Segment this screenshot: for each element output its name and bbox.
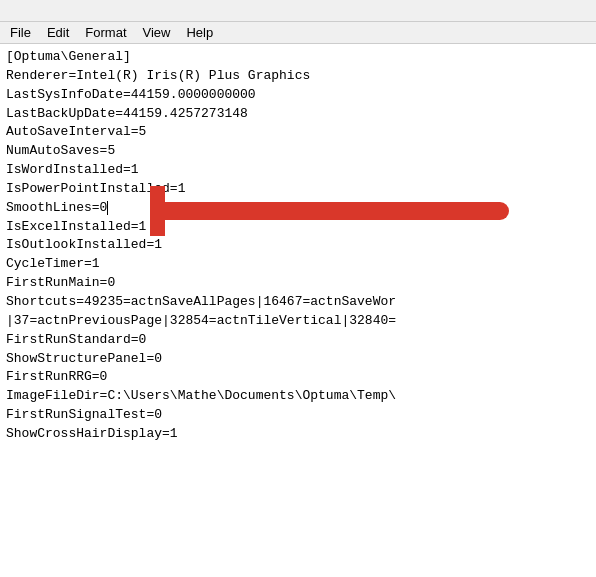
content-line: Renderer=Intel(R) Iris(R) Plus Graphics <box>6 67 590 86</box>
content-line: FirstRunMain=0 <box>6 274 590 293</box>
content-line: CycleTimer=1 <box>6 255 590 274</box>
content-line: IsExcelInstalled=1 <box>6 218 590 237</box>
content-line: ShowCrossHairDisplay=1 <box>6 425 590 444</box>
menu-view[interactable]: View <box>135 23 179 42</box>
content-line: [Optuma\General] <box>6 48 590 67</box>
content-line: SmoothLines=0 <box>6 199 590 218</box>
content-line: LastBackUpDate=44159.4257273148 <box>6 105 590 124</box>
content-line: ImageFileDir=C:\Users\Mathe\Documents\Op… <box>6 387 590 406</box>
content-line: IsPowerPointInstalled=1 <box>6 180 590 199</box>
content-line: FirstRunRRG=0 <box>6 368 590 387</box>
menu-edit[interactable]: Edit <box>39 23 77 42</box>
title-bar <box>0 0 596 22</box>
content-line: FirstRunStandard=0 <box>6 331 590 350</box>
menu-help[interactable]: Help <box>178 23 221 42</box>
menu-file[interactable]: File <box>2 23 39 42</box>
content-line: |37=actnPreviousPage|32854=actnTileVerti… <box>6 312 590 331</box>
menu-bar: File Edit Format View Help <box>0 22 596 44</box>
content-line: IsOutlookInstalled=1 <box>6 236 590 255</box>
content-line: ShowStructurePanel=0 <box>6 350 590 369</box>
content-line: NumAutoSaves=5 <box>6 142 590 161</box>
content-area: [Optuma\General]Renderer=Intel(R) Iris(R… <box>0 44 596 577</box>
content-line: AutoSaveInterval=5 <box>6 123 590 142</box>
content-line: Shortcuts=49235=actnSaveAllPages|16467=a… <box>6 293 590 312</box>
content-line: IsWordInstalled=1 <box>6 161 590 180</box>
menu-format[interactable]: Format <box>77 23 134 42</box>
content-line: LastSysInfoDate=44159.0000000000 <box>6 86 590 105</box>
content-line: FirstRunSignalTest=0 <box>6 406 590 425</box>
